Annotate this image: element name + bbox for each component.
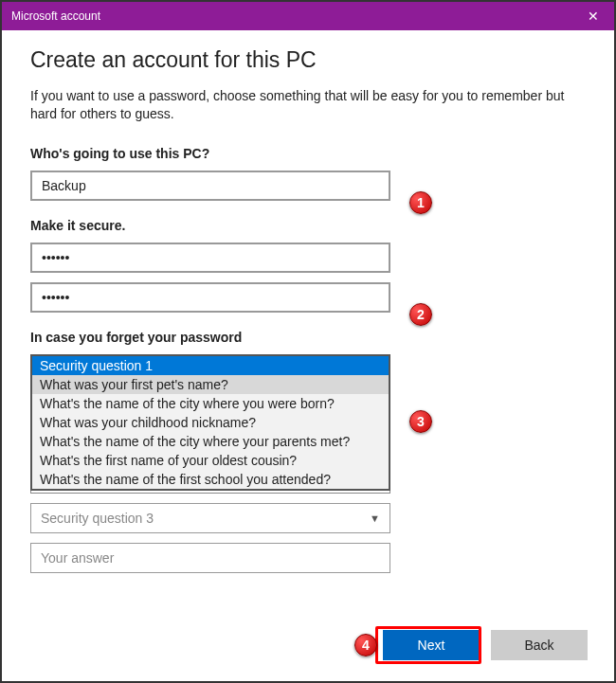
security-question-1-dropdown[interactable]: Security question 1 What was your first … xyxy=(30,354,390,491)
password-confirm-input[interactable] xyxy=(30,282,390,313)
dropdown-option[interactable]: What's the first name of your oldest cou… xyxy=(32,451,389,470)
answer-input[interactable]: Your answer xyxy=(30,543,390,573)
dropdown-option[interactable]: Security question 1 xyxy=(32,356,389,375)
answer-placeholder: Your answer xyxy=(41,550,114,566)
security-question-3-select[interactable]: Security question 3 ▼ xyxy=(30,503,390,533)
back-button[interactable]: Back xyxy=(491,630,588,660)
annotation-badge-3: 3 xyxy=(409,410,432,433)
password-label: Make it secure. xyxy=(30,218,586,233)
dropdown-option[interactable]: What was your first pet's name? xyxy=(32,375,389,394)
window-title: Microsoft account xyxy=(11,9,100,23)
dropdown-option[interactable]: What's the name of the city where your p… xyxy=(32,432,389,451)
titlebar: Microsoft account ✕ xyxy=(2,2,614,30)
dropdown-option[interactable]: What was your childhood nickname? xyxy=(32,413,389,432)
forgot-label: In case you forget your password xyxy=(30,330,586,345)
chevron-down-icon: ▼ xyxy=(370,512,380,524)
annotation-badge-2: 2 xyxy=(409,303,432,326)
dropdown-option[interactable]: What's the name of the city where you we… xyxy=(32,394,389,413)
section-forgot-password: In case you forget your password Securit… xyxy=(30,330,586,494)
password-input[interactable] xyxy=(30,243,390,273)
next-button[interactable]: Next xyxy=(383,630,480,660)
annotation-badge-4: 4 xyxy=(354,634,377,656)
close-icon[interactable]: ✕ xyxy=(571,2,614,30)
page-title: Create an account for this PC xyxy=(30,47,586,73)
select-placeholder: Security question 3 xyxy=(41,511,154,526)
username-input[interactable] xyxy=(30,171,390,201)
section-password: Make it secure. xyxy=(30,218,586,313)
page-subtitle: If you want to use a password, choose so… xyxy=(30,87,586,123)
username-label: Who's going to use this PC? xyxy=(30,146,586,161)
footer: Next Back xyxy=(383,630,588,660)
annotation-badge-1: 1 xyxy=(409,191,432,214)
section-username: Who's going to use this PC? xyxy=(30,146,586,201)
dropdown-option[interactable]: What's the name of the first school you … xyxy=(32,470,389,489)
